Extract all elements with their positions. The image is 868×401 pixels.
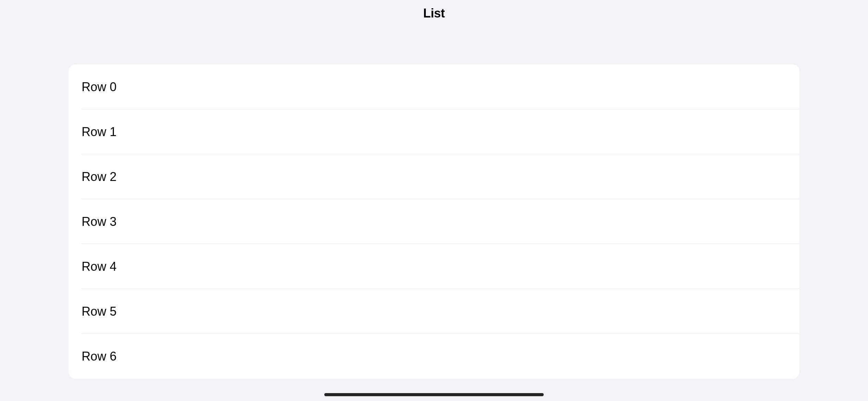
list-item-label: Row 4 xyxy=(82,259,117,274)
navigation-bar: List xyxy=(0,0,868,27)
home-indicator[interactable] xyxy=(324,393,544,396)
list-item[interactable]: Row 2 xyxy=(69,154,799,199)
list-item[interactable]: Row 5 xyxy=(69,289,799,334)
list-item-label: Row 1 xyxy=(82,125,117,139)
list-item-label: Row 2 xyxy=(82,170,117,184)
list-item[interactable]: Row 1 xyxy=(69,109,799,154)
list-item[interactable]: Row 3 xyxy=(69,199,799,244)
list-item-label: Row 3 xyxy=(82,215,117,229)
list-item-label: Row 0 xyxy=(82,80,117,94)
list-item[interactable]: Row 6 xyxy=(69,334,799,379)
list-item-label: Row 5 xyxy=(82,304,117,319)
list-container[interactable]: Row 0 Row 1 Row 2 Row 3 Row 4 Row 5 Row … xyxy=(69,64,799,379)
list-item[interactable]: Row 0 xyxy=(69,64,799,109)
content-area: Row 0 Row 1 Row 2 Row 3 Row 4 Row 5 Row … xyxy=(0,27,868,379)
page-title: List xyxy=(0,6,868,21)
list-item-label: Row 6 xyxy=(82,349,117,364)
list-item[interactable]: Row 4 xyxy=(69,244,799,289)
